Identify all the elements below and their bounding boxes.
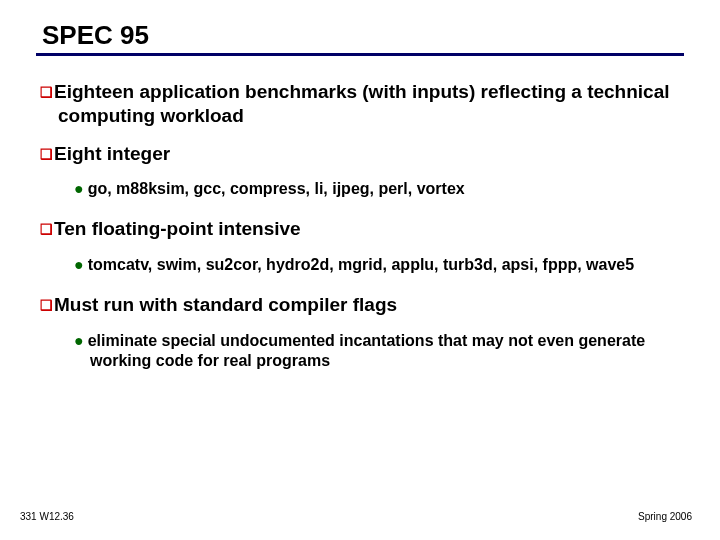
bullet-level1: ❑Ten floating-point intensive [40, 217, 684, 241]
footer: 331 W12.36 Spring 2006 [20, 511, 692, 522]
bullet-text: Eight integer [54, 143, 170, 164]
bullet-level2: ●tomcatv, swim, su2cor, hydro2d, mgrid, … [74, 255, 684, 275]
dot-bullet-icon: ● [74, 256, 84, 273]
bullet-level1: ❑Eighteen application benchmarks (with i… [40, 80, 684, 128]
bullet-text: Must run with standard compiler flags [54, 294, 397, 315]
square-bullet-icon: ❑ [40, 297, 53, 313]
bullet-text: Ten floating-point intensive [54, 218, 301, 239]
square-bullet-icon: ❑ [40, 84, 53, 100]
bullet-level1: ❑Eight integer [40, 142, 684, 166]
bullet-text: go, m88ksim, gcc, compress, li, ijpeg, p… [88, 180, 465, 197]
footer-left: 331 W12.36 [20, 511, 74, 522]
title-underline: SPEC 95 [36, 20, 684, 56]
bullet-level2: ●go, m88ksim, gcc, compress, li, ijpeg, … [74, 179, 684, 199]
bullet-list: ❑Eighteen application benchmarks (with i… [36, 80, 684, 371]
bullet-level2: ●eliminate special undocumented incantat… [74, 331, 684, 371]
dot-bullet-icon: ● [74, 180, 84, 197]
footer-right: Spring 2006 [638, 511, 692, 522]
slide-title: SPEC 95 [36, 20, 684, 51]
bullet-text: eliminate special undocumented incantati… [88, 332, 645, 369]
bullet-level1: ❑Must run with standard compiler flags [40, 293, 684, 317]
dot-bullet-icon: ● [74, 332, 84, 349]
bullet-text: Eighteen application benchmarks (with in… [54, 81, 670, 126]
square-bullet-icon: ❑ [40, 221, 53, 237]
slide: SPEC 95 ❑Eighteen application benchmarks… [0, 0, 720, 371]
square-bullet-icon: ❑ [40, 146, 53, 162]
bullet-text: tomcatv, swim, su2cor, hydro2d, mgrid, a… [88, 256, 634, 273]
